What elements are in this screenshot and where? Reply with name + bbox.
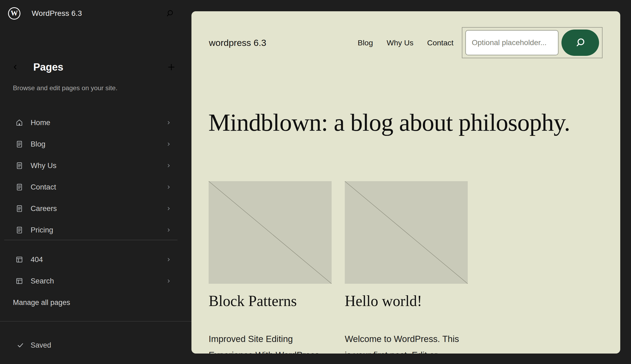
sidebar-item-home[interactable]: Home xyxy=(0,112,191,133)
pages-title: Pages xyxy=(33,61,63,73)
save-status-label: Saved xyxy=(31,341,51,350)
chevron-right-icon xyxy=(165,141,172,148)
post-card: Hello world! Welcome to WordPress. This … xyxy=(345,181,468,354)
page-icon xyxy=(15,226,24,234)
placeholder-diagonal-line xyxy=(209,181,332,284)
manage-all-pages-link[interactable]: Manage all pages xyxy=(13,299,70,307)
nav-link-blog[interactable]: Blog xyxy=(358,38,373,47)
chevron-right-icon xyxy=(165,278,172,285)
posts-grid: Block Patterns Improved Site Editing Exp… xyxy=(209,181,468,354)
wordpress-logo-icon[interactable]: W xyxy=(8,7,20,20)
app-title: WordPress 6.3 xyxy=(32,9,82,18)
sidebar-item-404[interactable]: 404 xyxy=(0,249,191,270)
site-navigation: Blog Why Us Contact xyxy=(358,38,454,47)
site-header: wordpress 6.3 Blog Why Us Contact xyxy=(209,27,603,58)
sidebar-divider xyxy=(4,240,177,240)
search-input[interactable] xyxy=(465,30,559,55)
check-icon xyxy=(16,341,25,350)
query-title-heading[interactable]: Mindblown: a blog about philosophy. xyxy=(208,108,610,137)
sidebar-item-contact[interactable]: Contact xyxy=(0,176,191,198)
template-icon xyxy=(15,277,24,285)
pages-header: Pages xyxy=(9,60,177,75)
site-editor-sidebar: W WordPress 6.3 Pages Browse and edit pa… xyxy=(0,0,191,364)
nav-link-why-us[interactable]: Why Us xyxy=(387,38,414,47)
post-excerpt[interactable]: Improved Site Editing Experience With Wo… xyxy=(209,331,332,354)
chevron-right-icon xyxy=(165,184,172,191)
search-icon xyxy=(574,37,586,49)
search-block[interactable] xyxy=(462,27,603,58)
add-page-button[interactable] xyxy=(165,61,177,73)
nav-link-contact[interactable]: Contact xyxy=(427,38,454,47)
home-icon xyxy=(15,118,24,127)
sidebar-item-careers[interactable]: Careers xyxy=(0,198,191,219)
placeholder-diagonal-line xyxy=(345,181,468,284)
chevron-right-icon xyxy=(165,227,172,234)
sidebar-item-pricing[interactable]: Pricing xyxy=(0,219,191,241)
page-icon xyxy=(15,183,24,191)
pages-list: Home Blog Why Us Contact Careers Pricing xyxy=(0,112,191,241)
sidebar-item-blog[interactable]: Blog xyxy=(0,133,191,155)
post-title[interactable]: Hello world! xyxy=(345,292,468,310)
chevron-right-icon xyxy=(165,256,172,263)
plus-icon xyxy=(166,62,176,72)
sidebar-item-label: 404 xyxy=(31,255,43,264)
site-title[interactable]: wordpress 6.3 xyxy=(209,38,266,48)
back-button[interactable] xyxy=(9,61,21,73)
post-card: Block Patterns Improved Site Editing Exp… xyxy=(209,181,332,354)
sidebar-item-label: Home xyxy=(31,118,50,127)
page-icon xyxy=(15,204,24,213)
featured-image-placeholder[interactable] xyxy=(345,181,468,284)
sidebar-item-label: Contact xyxy=(31,183,56,191)
chevron-right-icon xyxy=(165,119,172,126)
sidebar-item-label: Pricing xyxy=(31,226,53,234)
template-icon xyxy=(15,255,24,264)
site-preview-canvas[interactable]: wordpress 6.3 Blog Why Us Contact Mindbl… xyxy=(191,11,620,354)
post-title[interactable]: Block Patterns xyxy=(209,292,332,310)
sidebar-item-label: Blog xyxy=(31,140,45,148)
sidebar-item-why-us[interactable]: Why Us xyxy=(0,155,191,176)
save-status-bar: Saved xyxy=(0,321,191,364)
search-submit-button[interactable] xyxy=(561,30,599,56)
pages-description: Browse and edit pages on your site. xyxy=(13,84,118,92)
sidebar-item-label: Why Us xyxy=(31,161,56,170)
search-icon xyxy=(165,9,174,18)
chevron-right-icon xyxy=(165,205,172,212)
sidebar-item-label: Search xyxy=(31,277,54,285)
page-icon xyxy=(15,140,24,148)
template-pages-list: 404 Search xyxy=(0,249,191,292)
chevron-left-icon xyxy=(11,63,19,71)
sidebar-item-label: Careers xyxy=(31,204,57,213)
page-icon xyxy=(15,161,24,170)
post-excerpt[interactable]: Welcome to WordPress. This is your first… xyxy=(345,331,468,354)
sidebar-top-bar: W WordPress 6.3 xyxy=(8,4,176,23)
sidebar-item-search-page[interactable]: Search xyxy=(0,270,191,292)
featured-image-placeholder[interactable] xyxy=(209,181,332,284)
chevron-right-icon xyxy=(165,162,172,169)
sidebar-search-button[interactable] xyxy=(164,7,176,20)
